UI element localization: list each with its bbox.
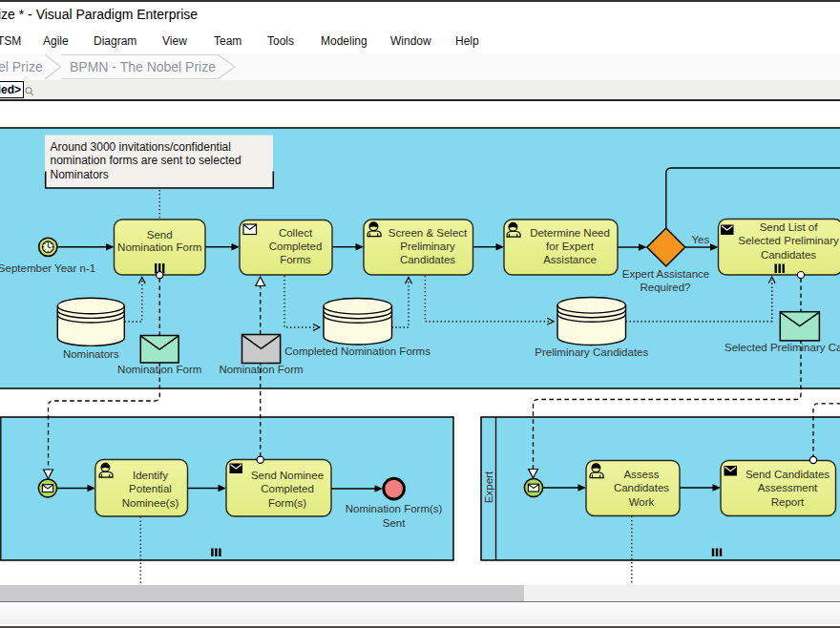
svg-text:Assessment: Assessment: [758, 482, 818, 493]
svg-text:Nomination Form: Nomination Form: [117, 364, 201, 375]
svg-text:Form(s): Form(s): [268, 496, 306, 508]
svg-text:Send List of: Send List of: [760, 221, 819, 233]
svg-text:Expert Assistance: Expert Assistance: [622, 267, 709, 279]
svg-text:Completed: Completed: [261, 483, 314, 494]
svg-text:Candidates: Candidates: [614, 482, 669, 493]
svg-text:Nomination Form: Nomination Form: [117, 241, 201, 253]
svg-text:Completed Nomination Forms: Completed Nomination Forms: [284, 345, 430, 356]
svg-text:September Year n-1: September Year n-1: [0, 262, 95, 273]
svg-text:Identify: Identify: [133, 469, 168, 480]
svg-text:Determine Need: Determine Need: [530, 226, 610, 238]
svg-text:Nominators: Nominators: [51, 167, 109, 180]
svg-text:Nomination Form(s): Nomination Form(s): [346, 503, 443, 514]
svg-text:Around 3000 invitations/confid: Around 3000 invitations/confidential: [51, 139, 231, 153]
svg-text:Required?: Required?: [640, 281, 690, 292]
svg-text:for Expert: for Expert: [546, 241, 595, 252]
svg-text:Candidates: Candidates: [761, 248, 816, 260]
svg-text:Screen & Select: Screen & Select: [388, 226, 468, 238]
svg-text:Work: Work: [629, 496, 655, 508]
svg-text:Nomination Form: Nomination Form: [219, 364, 303, 375]
svg-text:Nominators: Nominators: [63, 347, 119, 359]
svg-text:Assistance: Assistance: [543, 254, 597, 265]
svg-text:Sent: Sent: [383, 517, 406, 529]
svg-text:Forms: Forms: [280, 254, 311, 265]
svg-text:Selected Preliminary: Selected Preliminary: [738, 235, 839, 246]
svg-text:Selected Preliminary Candidate: Selected Preliminary Candidates: [724, 341, 840, 352]
svg-text:Preliminary Candidates: Preliminary Candidates: [535, 345, 648, 357]
svg-text:Yes: Yes: [692, 234, 710, 245]
svg-text:Nominee(s): Nominee(s): [122, 496, 179, 508]
svg-text:Candidates: Candidates: [400, 254, 455, 265]
svg-text:Expert: Expert: [483, 471, 494, 503]
svg-text:Report: Report: [771, 496, 805, 508]
svg-text:Preliminary: Preliminary: [400, 241, 455, 252]
svg-text:Send: Send: [147, 228, 173, 240]
svg-text:Completed: Completed: [269, 241, 323, 252]
svg-text:Send Nominee: Send Nominee: [251, 469, 324, 480]
svg-text:Potential: Potential: [129, 483, 172, 494]
svg-text:Send Candidates: Send Candidates: [746, 468, 830, 479]
svg-text:nomination forms are sent to s: nomination forms are sent to selected: [51, 154, 242, 167]
svg-text:Assess: Assess: [623, 468, 659, 479]
svg-text:Collect: Collect: [279, 226, 313, 238]
